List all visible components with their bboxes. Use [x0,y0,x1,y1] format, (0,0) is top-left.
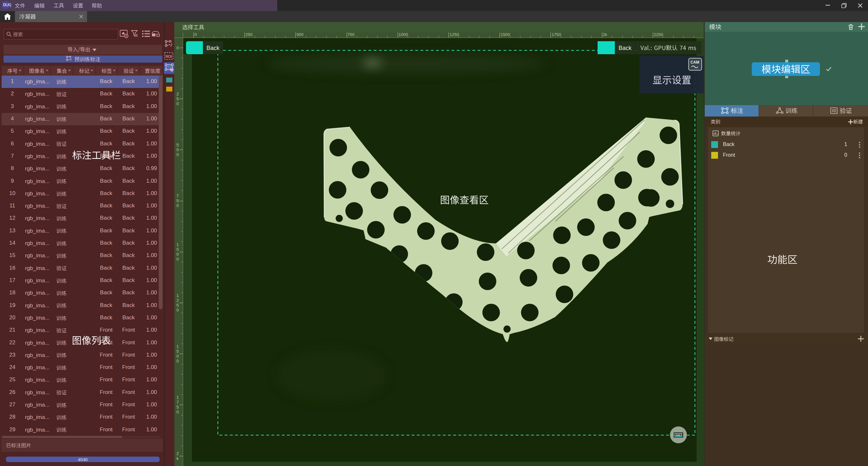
svg-text:CAM: CAM [690,60,699,65]
svg-text:ROI: ROI [165,55,172,58]
